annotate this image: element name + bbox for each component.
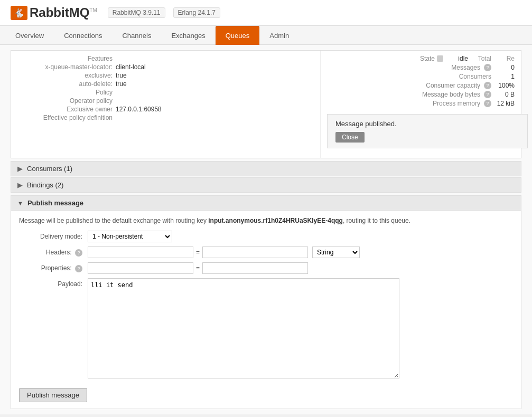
consumers-section-title: Consumers (1) bbox=[27, 165, 72, 173]
header: 🐇 RabbitMQTM RabbitMQ 3.9.11 Erlang 24.1… bbox=[0, 0, 532, 26]
properties-label: Properties: ? bbox=[19, 264, 82, 272]
publish-note-prefix: Message will be published to the default… bbox=[19, 217, 208, 224]
nav-admin[interactable]: Admin bbox=[259, 26, 299, 45]
process-memory-row: Process memory ? 12 kiB bbox=[327, 100, 515, 107]
alert-message: Message published. bbox=[335, 120, 519, 128]
messages-row: Messages ? 0 bbox=[327, 64, 515, 71]
consumers-section-header[interactable]: ▶ Consumers (1) bbox=[11, 161, 521, 176]
delivery-mode-label: Delivery mode: bbox=[19, 233, 82, 240]
message-body-bytes-row: Message body bytes ? 0 B bbox=[327, 91, 515, 98]
bindings-section-header[interactable]: ▶ Bindings (2) bbox=[11, 177, 521, 193]
feature-val-2: true bbox=[116, 72, 127, 79]
rabbitmq-version: RabbitMQ 3.9.11 bbox=[108, 7, 165, 18]
publish-title: Publish message bbox=[27, 199, 83, 207]
payload-row: Payload: bbox=[19, 278, 513, 378]
nav-connections[interactable]: Connections bbox=[54, 26, 112, 45]
operator-policy-row: Operator policy bbox=[17, 97, 314, 105]
main-nav: Overview Connections Channels Exchanges … bbox=[0, 26, 532, 45]
nav-exchanges[interactable]: Exchanges bbox=[161, 26, 215, 45]
headers-value-input[interactable] bbox=[202, 247, 308, 258]
features-row: Features bbox=[17, 55, 314, 62]
messages-help-icon[interactable]: ? bbox=[484, 64, 491, 71]
feature-key-2: exclusive: bbox=[17, 72, 113, 79]
logo-icon: 🐇 bbox=[11, 6, 27, 20]
bindings-arrow-icon: ▶ bbox=[17, 181, 23, 189]
policy-label: Policy bbox=[17, 89, 113, 96]
message-body-bytes-help-icon[interactable]: ? bbox=[484, 91, 491, 98]
nav-queues[interactable]: Queues bbox=[216, 26, 260, 45]
publish-arrow-icon: ▼ bbox=[17, 200, 23, 206]
nav-overview[interactable]: Overview bbox=[5, 26, 54, 45]
consumer-capacity-row: Consumer capacity ? 100% bbox=[327, 82, 515, 89]
publish-routing-key: input.anonymous.rf1h0Z4HRUaSKIyEE-4qqg bbox=[208, 217, 343, 224]
payload-label: Payload: bbox=[19, 278, 82, 288]
left-col: Features x-queue-master-locator: client-… bbox=[11, 51, 320, 158]
headers-type-select[interactable]: String Boolean Number List bbox=[312, 247, 360, 258]
alert-box: Message published. Close bbox=[327, 114, 528, 148]
bindings-section-title: Bindings (2) bbox=[27, 181, 63, 189]
state-row: State idle Total Re bbox=[327, 55, 515, 62]
state-value: idle bbox=[447, 55, 468, 62]
properties-key-input[interactable] bbox=[88, 262, 193, 274]
properties-eq-sign: = bbox=[196, 264, 200, 272]
consumer-capacity-help-icon[interactable]: ? bbox=[484, 82, 491, 89]
consumers-label: Consumers bbox=[459, 73, 491, 80]
logo: 🐇 RabbitMQTM bbox=[11, 5, 97, 20]
messages-total: 0 bbox=[493, 64, 515, 71]
effective-policy-row: Effective policy definition bbox=[17, 114, 314, 121]
message-body-bytes-total: 0 B bbox=[493, 91, 515, 98]
features-label: Features bbox=[17, 55, 113, 62]
right-col: State idle Total Re Messages ? 0 Consume… bbox=[320, 51, 521, 158]
publish-header[interactable]: ▼ Publish message bbox=[11, 196, 521, 211]
state-indicator bbox=[437, 55, 443, 62]
feature-val-1: client-local bbox=[116, 63, 146, 71]
delivery-mode-row: Delivery mode: 1 - Non-persistent 2 - Pe… bbox=[19, 231, 513, 242]
feature-row-1: x-queue-master-locator: client-local bbox=[17, 63, 314, 71]
headers-help-icon[interactable]: ? bbox=[75, 249, 82, 257]
headers-label: Headers: ? bbox=[19, 249, 82, 257]
payload-textarea[interactable] bbox=[88, 278, 399, 378]
close-alert-button[interactable]: Close bbox=[335, 132, 365, 143]
properties-help-icon[interactable]: ? bbox=[75, 265, 82, 272]
exclusive-owner-label: Exclusive owner bbox=[17, 106, 113, 113]
headers-row: Headers: ? = String Boolean Number List bbox=[19, 247, 513, 258]
consumers-value: 1 bbox=[493, 73, 515, 80]
erlang-version: Erlang 24.1.7 bbox=[173, 7, 220, 18]
feature-key-3: auto-delete: bbox=[17, 80, 113, 88]
effective-policy-label: Effective policy definition bbox=[17, 114, 113, 121]
feature-val-3: true bbox=[116, 80, 127, 88]
publish-message-button[interactable]: Publish message bbox=[19, 388, 87, 402]
process-memory-label: Process memory bbox=[433, 100, 480, 107]
features-table: Features x-queue-master-locator: client-… bbox=[17, 55, 314, 121]
consumers-arrow-icon: ▶ bbox=[17, 165, 23, 173]
feature-row-2: exclusive: true bbox=[17, 72, 314, 79]
feature-key-1: x-queue-master-locator: bbox=[17, 63, 113, 71]
feature-row-3: auto-delete: true bbox=[17, 80, 314, 88]
properties-row: Properties: ? = bbox=[19, 262, 513, 274]
consumer-capacity-label: Consumer capacity bbox=[426, 82, 480, 89]
details-panel: Features x-queue-master-locator: client-… bbox=[11, 50, 521, 158]
delivery-mode-select[interactable]: 1 - Non-persistent 2 - Persistent bbox=[88, 231, 172, 242]
process-memory-total: 12 kiB bbox=[493, 100, 515, 107]
publish-note-suffix: , routing it to this queue. bbox=[343, 217, 410, 224]
exclusive-owner-row: Exclusive owner 127.0.0.1:60958 bbox=[17, 106, 314, 113]
consumers-row: Consumers 1 bbox=[327, 73, 515, 80]
publish-note: Message will be published to the default… bbox=[19, 217, 513, 224]
headers-key-input[interactable] bbox=[88, 247, 193, 258]
state-ready-col: Re bbox=[493, 55, 515, 62]
process-memory-help-icon[interactable]: ? bbox=[484, 100, 491, 107]
publish-body: Message will be published to the default… bbox=[11, 211, 521, 409]
logo-text: RabbitMQTM bbox=[30, 5, 97, 20]
logo-tm: TM bbox=[89, 7, 97, 13]
state-total-col: Total bbox=[470, 55, 491, 62]
policy-row: Policy bbox=[17, 89, 314, 96]
consumer-capacity-value: 100% bbox=[493, 82, 515, 89]
headers-eq-sign: = bbox=[196, 249, 200, 256]
state-label: State bbox=[420, 55, 435, 62]
exclusive-owner-value: 127.0.0.1:60958 bbox=[116, 106, 162, 113]
publish-message-section: ▼ Publish message Message will be publis… bbox=[11, 195, 521, 409]
nav-channels[interactable]: Channels bbox=[112, 26, 161, 45]
properties-value-input[interactable] bbox=[202, 262, 308, 274]
version-info: RabbitMQ 3.9.11 Erlang 24.1.7 bbox=[108, 7, 220, 18]
operator-policy-label: Operator policy bbox=[17, 97, 113, 105]
